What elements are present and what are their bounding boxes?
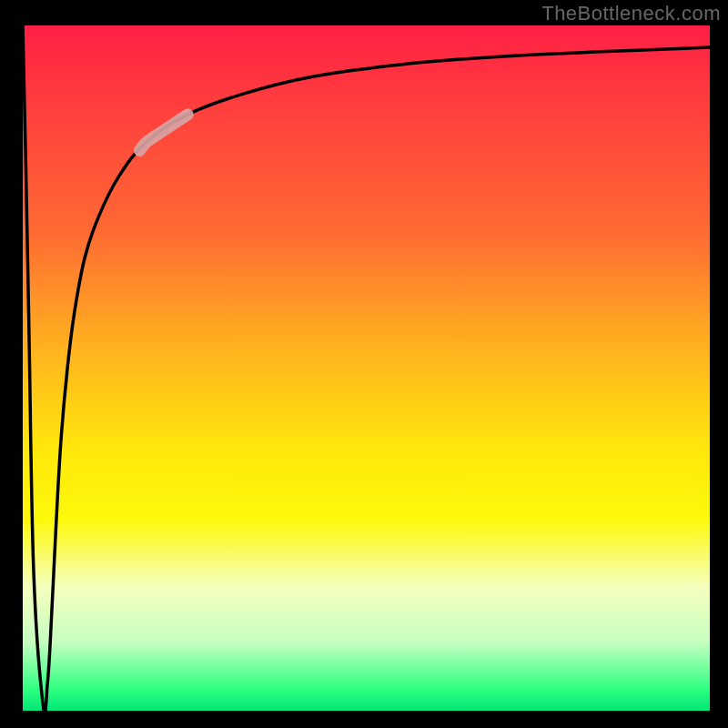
- bottleneck-curve-path: [23, 25, 710, 711]
- chart-svg: [23, 25, 710, 711]
- highlight-segment: [139, 115, 187, 151]
- attribution-text: TheBottleneck.com: [541, 2, 721, 25]
- chart-plot-area: [23, 25, 710, 711]
